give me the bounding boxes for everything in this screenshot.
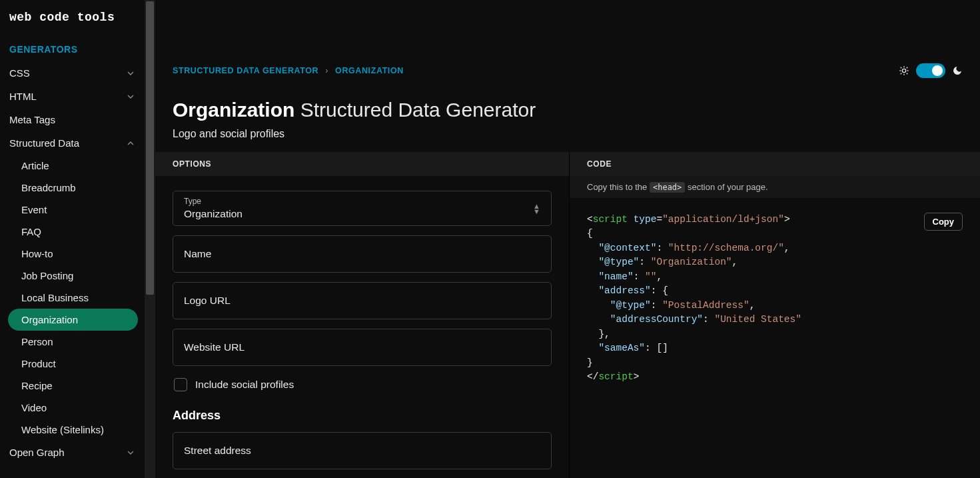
- brand-logo[interactable]: web code tools: [0, 11, 145, 40]
- select-arrows-icon: ▲▼: [533, 203, 540, 213]
- page-subtitle: Logo and social profiles: [173, 128, 963, 140]
- svg-line-6: [907, 73, 907, 74]
- sidebar-subitem-howto[interactable]: How-to: [8, 243, 138, 265]
- chevron-right-icon: ›: [321, 66, 332, 75]
- code-token: "": [645, 271, 656, 282]
- name-placeholder: Name: [184, 248, 211, 259]
- chevron-up-icon: [126, 139, 135, 148]
- checkbox-icon[interactable]: [174, 378, 187, 391]
- type-select[interactable]: Type Organization ▲▼: [173, 191, 552, 226]
- code-token: "sameAs": [598, 343, 645, 353]
- sidebar: web code tools GENERATORS CSS HTML Meta …: [0, 0, 145, 478]
- sidebar-sublist-structured-data: Article Breadcrumb Event FAQ How-to Job …: [0, 155, 145, 441]
- sidebar-subitem-article[interactable]: Article: [8, 155, 138, 177]
- svg-line-7: [901, 73, 901, 74]
- code-hint-prefix: Copy this to the: [587, 182, 650, 192]
- main-content: STRUCTURED DATA GENERATOR › ORGANIZATION…: [155, 0, 980, 478]
- code-token: "address": [598, 285, 650, 296]
- code-token: "United States": [714, 314, 801, 325]
- page-title-block: Organization Structured Data Generator L…: [155, 84, 980, 152]
- code-token: "@type": [598, 257, 639, 267]
- code-output: Copy <script type="application/ld+json">…: [570, 198, 980, 399]
- sidebar-item-html[interactable]: HTML: [0, 85, 145, 108]
- sidebar-item-structured-data[interactable]: Structured Data: [0, 131, 145, 155]
- sidebar-subitem-recipe[interactable]: Recipe: [8, 375, 138, 397]
- svg-point-0: [902, 69, 905, 72]
- code-token: "@type": [610, 300, 651, 311]
- sidebar-subitem-event[interactable]: Event: [8, 199, 138, 221]
- street-address-field[interactable]: Street address: [173, 432, 552, 469]
- sidebar-subitem-organization[interactable]: Organization: [8, 309, 138, 331]
- name-field[interactable]: Name: [173, 235, 552, 273]
- svg-line-5: [901, 67, 901, 68]
- sidebar-subitem-jobposting[interactable]: Job Posting: [8, 265, 138, 287]
- type-value: Organization: [184, 208, 540, 220]
- code-hint-suffix: section of your page.: [685, 182, 767, 192]
- code-token: "name": [598, 271, 633, 282]
- top-ad-space: [155, 0, 980, 57]
- sidebar-subitem-website[interactable]: Website (Sitelinks): [8, 419, 138, 441]
- sidebar-item-meta-tags[interactable]: Meta Tags: [0, 108, 145, 131]
- code-token: type: [634, 214, 657, 225]
- sidebar-item-label: Open Graph: [9, 447, 65, 458]
- code-token: "addressCountry": [610, 314, 703, 325]
- include-social-label: Include social profiles: [195, 379, 294, 391]
- copy-button[interactable]: Copy: [924, 213, 963, 231]
- sidebar-section-label: GENERATORS: [0, 40, 145, 61]
- breadcrumb-current: ORGANIZATION: [335, 66, 404, 75]
- moon-icon: [952, 65, 963, 76]
- street-placeholder: Street address: [184, 445, 251, 456]
- page-title: Organization Structured Data Generator: [173, 99, 963, 121]
- options-panel: OPTIONS Type Organization ▲▼ Name Logo U…: [155, 152, 570, 478]
- code-panel: CODE Copy this to the <head> section of …: [570, 152, 980, 478]
- logo-url-field[interactable]: Logo URL: [173, 282, 552, 319]
- code-token: "application/ld+json": [662, 214, 784, 225]
- chevron-down-icon: [126, 92, 135, 101]
- page-title-rest: Structured Data Generator: [294, 99, 536, 121]
- address-section-header: Address: [173, 403, 552, 432]
- chevron-down-icon: [126, 448, 135, 457]
- scrollbar-thumb[interactable]: [146, 1, 154, 295]
- options-header: OPTIONS: [155, 152, 569, 176]
- sidebar-item-label: HTML: [9, 91, 37, 102]
- sidebar-subitem-localbusiness[interactable]: Local Business: [8, 287, 138, 309]
- code-token: "http://schema.org/": [668, 243, 784, 253]
- breadcrumb-row: STRUCTURED DATA GENERATOR › ORGANIZATION: [155, 57, 980, 84]
- sidebar-item-opengraph[interactable]: Open Graph: [0, 441, 145, 464]
- sidebar-item-label: Structured Data: [9, 137, 79, 149]
- code-token: "@context": [598, 243, 656, 253]
- code-hint: Copy this to the <head> section of your …: [570, 176, 980, 198]
- sidebar-item-label: Meta Tags: [9, 114, 55, 125]
- sidebar-subitem-video[interactable]: Video: [8, 397, 138, 419]
- svg-line-8: [907, 67, 907, 68]
- breadcrumb-parent[interactable]: STRUCTURED DATA GENERATOR: [173, 66, 318, 75]
- breadcrumb: STRUCTURED DATA GENERATOR › ORGANIZATION: [173, 66, 404, 75]
- website-url-field[interactable]: Website URL: [173, 329, 552, 366]
- sidebar-subitem-person[interactable]: Person: [8, 331, 138, 353]
- code-token: script: [598, 371, 633, 382]
- sidebar-item-label: CSS: [9, 67, 30, 79]
- chevron-down-icon: [126, 69, 135, 78]
- logo-placeholder: Logo URL: [184, 295, 231, 306]
- type-label: Type: [184, 197, 540, 206]
- website-placeholder: Website URL: [184, 341, 245, 353]
- theme-toggle-group: [899, 63, 963, 78]
- code-token: script: [593, 214, 628, 225]
- sidebar-item-css[interactable]: CSS: [0, 61, 145, 85]
- sidebar-scrollbar[interactable]: [145, 0, 155, 478]
- code-token: "Organization": [651, 257, 732, 267]
- code-hint-tag: <head>: [650, 182, 685, 193]
- page-title-bold: Organization: [173, 99, 294, 121]
- theme-toggle[interactable]: [916, 63, 945, 78]
- sun-icon: [899, 65, 909, 76]
- sidebar-subitem-breadcrumb[interactable]: Breadcrumb: [8, 177, 138, 199]
- sidebar-subitem-product[interactable]: Product: [8, 353, 138, 375]
- include-social-checkbox-row[interactable]: Include social profiles: [173, 375, 552, 403]
- sidebar-subitem-faq[interactable]: FAQ: [8, 221, 138, 243]
- code-token: "PostalAddress": [662, 300, 749, 311]
- code-header: CODE: [570, 152, 980, 176]
- toggle-knob: [932, 65, 943, 76]
